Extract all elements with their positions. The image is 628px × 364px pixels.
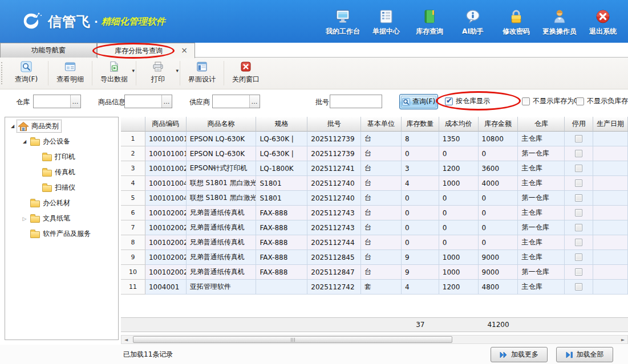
tree-node-category[interactable]: ◢办公设备 [5, 134, 118, 149]
hide-zero-stock-checkbox[interactable]: 不显示库存为0 [522, 96, 578, 106]
column-header[interactable]: 基本单位 [361, 117, 402, 132]
cell-amount: 3600 [479, 161, 518, 176]
product-picker-button[interactable]: … [161, 95, 172, 108]
column-header[interactable]: 生产日期 [593, 117, 628, 132]
table-row[interactable]: 8100102002兄弟普通纸传真机FAX-8882025112744台000主… [121, 235, 628, 250]
tree-node-category[interactable]: 扫描仪 [5, 180, 118, 195]
show-by-warehouse-label: 按仓库显示 [456, 96, 490, 106]
tree-expander-icon[interactable]: ▷ [21, 216, 29, 222]
column-header[interactable]: 停用 [565, 117, 593, 132]
show-by-warehouse-checkbox[interactable]: 按仓库显示 [445, 96, 490, 106]
close-window-button[interactable]: 关闭窗口 [228, 58, 264, 89]
cell-production-date [593, 235, 628, 250]
tree-node-category[interactable]: ▷文具纸笔 [5, 211, 118, 226]
supplier-picker-button[interactable]: … [249, 95, 260, 108]
load-more-button[interactable]: 加载更多 [491, 347, 548, 362]
print-button[interactable]: 打印 [140, 58, 176, 89]
column-header[interactable]: 规格 [256, 117, 307, 132]
column-header[interactable]: 成本均价 [439, 117, 479, 132]
cell-amount: 4000 [479, 176, 518, 191]
tab-batch-inventory-query[interactable]: 库存分批号查询 × [97, 43, 195, 58]
tree-node-category[interactable]: 办公耗材 [5, 195, 118, 211]
table-row[interactable]: 6100102002兄弟普通纸传真机FAX-8882025112743台000主… [121, 206, 628, 220]
cell-code: 100101004 [145, 191, 187, 206]
print-label: 打印 [151, 75, 165, 84]
cell-spec [256, 280, 307, 295]
table-row[interactable]: 2100101001EPSON LQ-630KLQ-630K |20251127… [121, 146, 628, 161]
column-header[interactable]: 商品名称 [187, 117, 257, 132]
cell-production-date [593, 250, 628, 265]
disabled-checkbox-icon[interactable] [575, 165, 582, 172]
tree-node-category[interactable]: 传真机 [5, 165, 118, 180]
disabled-checkbox-icon[interactable] [575, 283, 582, 291]
tree-expander-icon[interactable]: ◢ [21, 139, 29, 144]
workbench-button[interactable]: 我的工作台 [321, 8, 364, 36]
disabled-checkbox-icon[interactable] [575, 239, 582, 246]
change-password-button[interactable]: 修改密码 [495, 8, 538, 36]
table-row[interactable]: 9100102002兄弟普通纸传真机FAX-8882025112845台9100… [121, 250, 628, 265]
column-header[interactable]: 库存数量 [402, 117, 439, 132]
table-row[interactable]: 1100101001EPSON LQ-630KLQ-630K |20251127… [121, 132, 628, 146]
column-header[interactable]: 批号 [307, 117, 361, 132]
cell-spec: FAX-888 [256, 250, 307, 265]
export-data-button[interactable]: 导出数据 [96, 58, 132, 89]
tree-node-category[interactable]: 软件产品及服务 [5, 226, 118, 242]
disabled-checkbox-icon[interactable] [575, 253, 582, 261]
ai-assistant-button[interactable]: AI助手 [451, 8, 495, 36]
warehouse-picker-button[interactable]: … [70, 95, 80, 108]
query-toolbar-button[interactable]: 查询(F) [8, 58, 44, 89]
tree-node-root[interactable]: ◢商品类别 [5, 118, 118, 134]
table-row[interactable]: 10100102002兄弟普通纸传真机FAX-8882025112847台910… [121, 265, 628, 280]
scrollbar-thumb[interactable] [133, 336, 452, 343]
logo-swoosh-icon [21, 11, 43, 32]
hide-negative-stock-checkbox[interactable]: 不显示负库存 [576, 96, 628, 106]
load-all-button[interactable]: 加载全部 [556, 347, 613, 362]
cell-warehouse: 主仓库 [518, 161, 565, 176]
checkbox-icon[interactable] [576, 97, 584, 105]
disabled-checkbox-icon[interactable] [575, 224, 582, 231]
switch-operator-button[interactable]: 更换操作员 [538, 8, 581, 36]
cell-cost: 0 [439, 220, 479, 235]
exit-system-button[interactable]: 退出系统 [581, 8, 625, 36]
summary-empty-cell [518, 318, 565, 332]
tree-node-category[interactable]: 打印机 [5, 149, 118, 165]
cell-qty: 8 [402, 132, 439, 146]
scrollbar-track[interactable] [131, 336, 618, 343]
tree-expander-icon[interactable]: ◢ [9, 124, 17, 129]
view-detail-button[interactable]: 查看明细 [52, 58, 88, 89]
checkbox-icon[interactable] [445, 97, 453, 105]
cell-unit: 套 [361, 280, 402, 295]
disabled-checkbox-icon[interactable] [575, 209, 582, 216]
table-row[interactable]: 7100102002兄弟普通纸传真机FAX-8882025112743台000第… [121, 220, 628, 235]
inventory-query-button[interactable]: 库存查询 [408, 8, 451, 36]
disabled-checkbox-icon[interactable] [575, 150, 582, 157]
scroll-right-icon[interactable]: ► [618, 336, 627, 343]
document-center-label: 单据中心 [372, 27, 400, 36]
warehouse-filter-input[interactable]: … [33, 95, 81, 108]
column-header[interactable]: 仓库 [518, 117, 565, 132]
column-header[interactable]: 库存金额 [479, 117, 518, 132]
cell-qty: 0 [402, 220, 439, 235]
supplier-filter-input[interactable]: … [212, 95, 260, 108]
tab-close-icon[interactable]: × [181, 46, 188, 55]
query-button[interactable]: 查询(F) [399, 94, 438, 109]
column-header[interactable]: 商品编码 [145, 117, 187, 132]
cell-warehouse: 第一仓库 [518, 265, 565, 280]
table-row[interactable]: 5100101004联想 S1801 黑白激光S18012025112740台0… [121, 191, 628, 206]
scroll-left-icon[interactable]: ◄ [121, 336, 131, 343]
horizontal-scrollbar[interactable]: ◄ ► [121, 335, 628, 344]
table-row[interactable]: 4100101004联想 S1801 黑白激光S18012025112740台4… [121, 176, 628, 191]
batch-filter-input[interactable] [330, 95, 382, 108]
disabled-checkbox-icon[interactable] [575, 135, 582, 142]
disabled-checkbox-icon[interactable] [575, 268, 582, 276]
table-row[interactable]: 3100101002EPSON针式打印机LQ-1800K2025112741台3… [121, 161, 628, 176]
tab-function-nav[interactable]: 功能导航窗 [0, 43, 97, 58]
product-filter-input[interactable]: … [124, 95, 172, 108]
table-row[interactable]: 111004001亚拓管理软件2025112742套412004800主仓库 [121, 280, 628, 295]
ui-design-button[interactable]: 界面设计 [184, 58, 220, 89]
document-center-button[interactable]: 单据中心 [364, 8, 408, 36]
disabled-checkbox-icon[interactable] [575, 179, 582, 187]
checkbox-icon[interactable] [522, 97, 530, 105]
disabled-checkbox-icon[interactable] [575, 194, 582, 202]
tree-node-box: 软件产品及服务 [29, 227, 94, 240]
